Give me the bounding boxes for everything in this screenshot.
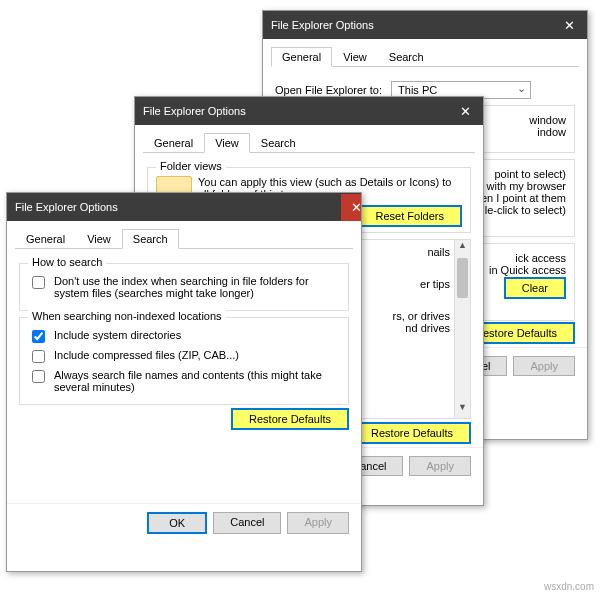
label: Always search file names and contents (t…	[54, 369, 340, 393]
restore-defaults-button[interactable]: Restore Defaults	[353, 422, 471, 444]
close-icon[interactable]: ✕	[455, 104, 475, 119]
dialog-buttons: OK Cancel Apply	[7, 503, 361, 542]
watermark: wsxdn.com	[544, 581, 594, 592]
folder-views-group: Folder views	[156, 160, 226, 172]
tab-general[interactable]: General	[143, 133, 204, 153]
apply-button[interactable]: Apply	[513, 356, 575, 376]
titlebar: File Explorer Options ✕	[263, 11, 587, 39]
scroll-thumb[interactable]	[457, 258, 468, 298]
label: Don't use the index when searching in fi…	[54, 275, 340, 299]
tab-view[interactable]: View	[204, 133, 250, 153]
option-compressed[interactable]: Include compressed files (ZIP, CAB...)	[28, 349, 340, 366]
cancel-button[interactable]: Cancel	[213, 512, 281, 534]
close-icon[interactable]: ✕	[559, 18, 579, 33]
tab-strip: General View Search	[143, 133, 475, 153]
label: Include compressed files (ZIP, CAB...)	[54, 349, 239, 361]
title: File Explorer Options	[143, 105, 246, 117]
apply-button[interactable]: Apply	[409, 456, 471, 476]
scrollbar[interactable]: ▲ ▼	[454, 240, 470, 418]
checkbox[interactable]	[32, 370, 45, 383]
tab-strip: General View Search	[15, 229, 353, 249]
ok-button[interactable]: OK	[147, 512, 207, 534]
option-no-index[interactable]: Don't use the index when searching in fi…	[28, 275, 340, 299]
scroll-up-icon[interactable]: ▲	[455, 240, 470, 256]
open-explorer-label: Open File Explorer to:	[275, 84, 382, 96]
tab-view[interactable]: View	[76, 229, 122, 249]
titlebar: File Explorer Options ✕	[7, 193, 361, 221]
option-always-search[interactable]: Always search file names and contents (t…	[28, 369, 340, 393]
apply-button[interactable]: Apply	[287, 512, 349, 534]
non-indexed-group: When searching non-indexed locations	[28, 310, 226, 322]
title: File Explorer Options	[271, 19, 374, 31]
tab-search[interactable]: Search	[378, 47, 435, 67]
title: File Explorer Options	[15, 201, 118, 213]
tab-view[interactable]: View	[332, 47, 378, 67]
titlebar: File Explorer Options ✕	[135, 97, 483, 125]
label: Include system directories	[54, 329, 181, 341]
dialog-search: File Explorer Options ✕ General View Sea…	[6, 192, 362, 572]
checkbox[interactable]	[32, 276, 45, 289]
tab-strip: General View Search	[271, 47, 579, 67]
tab-general[interactable]: General	[15, 229, 76, 249]
tab-general[interactable]: General	[271, 47, 332, 67]
restore-defaults-button[interactable]: Restore Defaults	[231, 408, 349, 430]
clear-button[interactable]: Clear	[504, 277, 566, 299]
reset-folders-button[interactable]: Reset Folders	[358, 205, 462, 227]
how-to-search-group: How to search	[28, 256, 106, 268]
option-system-dirs[interactable]: Include system directories	[28, 329, 340, 346]
checkbox[interactable]	[32, 330, 45, 343]
tab-search[interactable]: Search	[122, 229, 179, 249]
scroll-down-icon[interactable]: ▼	[455, 402, 470, 418]
tab-search[interactable]: Search	[250, 133, 307, 153]
close-icon[interactable]: ✕	[341, 194, 361, 221]
checkbox[interactable]	[32, 350, 45, 363]
